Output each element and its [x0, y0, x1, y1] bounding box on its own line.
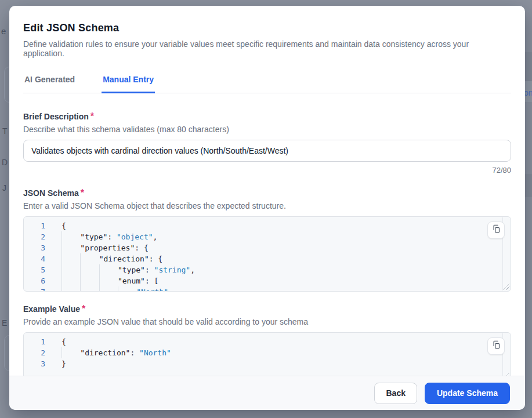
character-counter: 72/80: [23, 166, 511, 175]
brief-description-label: Brief Description: [23, 112, 89, 121]
backdrop-text-fragment: E: [2, 318, 7, 328]
json-schema-code-editor[interactable]: 1234567 { "type": "object", "properties"…: [23, 216, 511, 292]
brief-description-input[interactable]: [23, 140, 511, 162]
backdrop-text-fragment: on: [524, 88, 532, 97]
copy-button[interactable]: [487, 337, 505, 355]
dialog-title: Edit JSON Schema: [23, 22, 511, 34]
backdrop-text-fragment: D: [2, 158, 8, 167]
edit-json-schema-dialog: Edit JSON Schema Define validation rules…: [9, 6, 525, 410]
tab-manual-entry[interactable]: Manual Entry: [102, 75, 155, 93]
tab-ai-generated[interactable]: AI Generated: [23, 75, 76, 93]
required-asterisk: *: [91, 111, 94, 121]
line-number-gutter: 1234567: [24, 220, 45, 292]
example-value-field: Example Value* Provide an example JSON v…: [23, 304, 511, 381]
example-value-helper: Provide an example JSON value that shoul…: [23, 317, 511, 326]
dialog-footer: Back Update Schema: [9, 376, 525, 410]
backdrop-text-fragment: J: [2, 183, 6, 192]
schema-entry-tabs: AI Generated Manual Entry: [23, 75, 511, 93]
copy-icon: [492, 340, 501, 352]
code-lines: { "type": "object", "properties": { "dir…: [45, 220, 511, 292]
dialog-subtitle: Define validation rules to ensure your v…: [23, 39, 511, 58]
backdrop-band: [524, 174, 532, 197]
backdrop-text-fragment: T: [2, 126, 8, 136]
brief-description-helper: Describe what this schema validates (max…: [23, 125, 511, 134]
code-lines: { "direction": "North"}: [45, 336, 511, 369]
line-number-gutter: 123: [24, 336, 45, 369]
example-value-label: Example Value: [23, 304, 80, 314]
update-schema-button[interactable]: Update Schema: [425, 383, 510, 404]
copy-button[interactable]: [487, 221, 505, 239]
required-asterisk: *: [81, 188, 84, 198]
backdrop-text-fragment: e: [1, 26, 6, 36]
json-schema-label: JSON Schema: [23, 188, 79, 198]
backdrop-band: [524, 52, 532, 81]
json-schema-field: JSON Schema* Enter a valid JSON Schema o…: [23, 188, 511, 292]
required-asterisk: *: [82, 304, 85, 314]
example-value-code-editor[interactable]: 123 { "direction": "North"}: [23, 332, 511, 381]
json-schema-helper: Enter a valid JSON Schema object that de…: [23, 201, 511, 210]
copy-icon: [492, 224, 501, 236]
brief-description-field: Brief Description* Describe what this sc…: [23, 111, 511, 175]
back-button[interactable]: Back: [374, 383, 417, 404]
